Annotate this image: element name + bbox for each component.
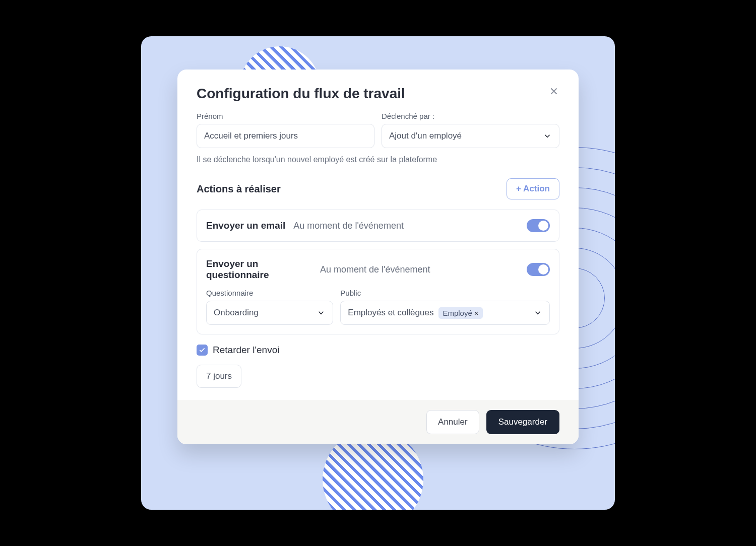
action-timing: Au moment de l'événement (320, 264, 519, 275)
questionnaire-value: Onboarding (214, 308, 259, 318)
audience-value: Employés et collègues (348, 308, 433, 318)
trigger-label: Déclenché par : (382, 112, 559, 120)
name-label: Prénom (197, 112, 374, 120)
delay-checkbox-label: Retarder l'envoi (213, 345, 279, 356)
add-action-button[interactable]: + Action (507, 178, 559, 199)
modal-header: Configuration du flux de travail (177, 70, 579, 112)
audience-select[interactable]: Employés et collègues Employé × (340, 301, 550, 325)
cancel-button[interactable]: Annuler (426, 410, 479, 434)
chevron-down-icon (543, 131, 552, 141)
name-input[interactable]: Accueil et premiers jours (197, 124, 374, 148)
name-value: Accueil et premiers jours (204, 131, 298, 141)
save-button[interactable]: Sauvegarder (486, 410, 559, 434)
trigger-select[interactable]: Ajout d'un employé (382, 124, 559, 148)
chevron-down-icon (317, 308, 326, 317)
modal-title: Configuration du flux de travail (197, 86, 405, 102)
delay-checkbox[interactable] (197, 345, 208, 356)
chevron-down-icon (533, 308, 542, 317)
modal-body: Prénom Accueil et premiers jours Déclenc… (177, 112, 579, 400)
audience-tag: Employé × (438, 307, 482, 319)
action-card-email: Envoyer un email Au moment de l'événemen… (197, 210, 559, 242)
questionnaire-label: Questionnaire (206, 289, 333, 297)
remove-tag-button[interactable]: × (474, 309, 479, 317)
help-text: Il se déclenche lorsqu'un nouvel employé… (197, 155, 559, 164)
trigger-value: Ajout d'un employé (389, 131, 462, 141)
modal-footer: Annuler Sauvegarder (177, 400, 579, 444)
action-toggle[interactable] (527, 263, 550, 276)
action-title: Envoyer un questionnaire (206, 258, 312, 281)
action-toggle[interactable] (527, 219, 550, 232)
workflow-config-modal: Configuration du flux de travail Prénom … (177, 70, 579, 444)
decorative-backdrop: Configuration du flux de travail Prénom … (141, 36, 615, 510)
check-icon (199, 347, 206, 354)
questionnaire-select[interactable]: Onboarding (206, 301, 333, 325)
audience-label: Public (340, 289, 550, 297)
delay-value-input[interactable]: 7 jours (197, 365, 241, 388)
action-title: Envoyer un email (206, 220, 285, 231)
close-button[interactable] (548, 86, 559, 99)
close-icon (548, 86, 559, 97)
actions-section-title: Actions à réaliser (197, 183, 281, 195)
action-card-questionnaire: Envoyer un questionnaire Au moment de l'… (197, 249, 559, 334)
action-timing: Au moment de l'événement (293, 221, 519, 231)
